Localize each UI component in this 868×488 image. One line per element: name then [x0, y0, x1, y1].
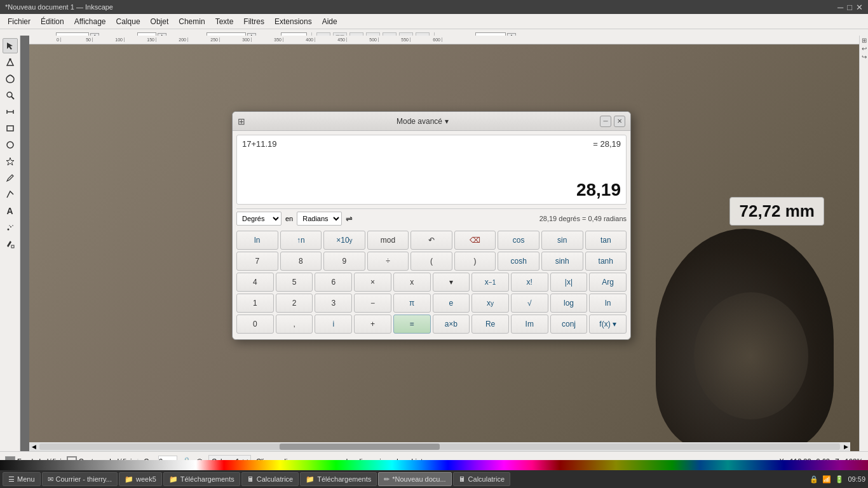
- btn-9[interactable]: 9: [323, 252, 365, 271]
- btn-sinh[interactable]: sinh: [541, 252, 583, 271]
- horizontal-scrollbar[interactable]: ◀ ▶: [29, 442, 850, 451]
- calc-display[interactable]: 17+11.19 = 28,19 28,19: [236, 135, 627, 205]
- calc-close-btn[interactable]: ✕: [614, 116, 625, 127]
- btn-conj[interactable]: conj: [550, 315, 588, 334]
- btn-tanh[interactable]: tanh: [585, 252, 627, 271]
- taskbar-menu[interactable]: ☰ Menu: [3, 472, 41, 486]
- btn-factorial[interactable]: x!: [511, 273, 548, 292]
- minimize-button[interactable]: ─: [837, 3, 843, 12]
- menu-extensions[interactable]: Extensions: [269, 16, 317, 27]
- spray-tool-btn[interactable]: [3, 220, 18, 235]
- rt-btn1[interactable]: ⊞: [862, 37, 867, 44]
- taskbar-telechargements2[interactable]: 📁 Téléchargements: [300, 472, 377, 486]
- btn-5[interactable]: 5: [276, 273, 313, 292]
- taskbar-inkscape[interactable]: ✏ *Nouveau docu...: [378, 472, 451, 486]
- swap-angle-btn[interactable]: ⇌: [346, 214, 353, 224]
- btn-6[interactable]: 6: [315, 273, 352, 292]
- menu-aide[interactable]: Aide: [317, 16, 342, 27]
- node-tool-btn[interactable]: [3, 55, 18, 70]
- btn-log[interactable]: log: [550, 294, 588, 313]
- btn-axb[interactable]: a×b: [433, 315, 470, 334]
- rt-btn2[interactable]: ↩: [862, 45, 867, 52]
- btn-x-var[interactable]: x: [393, 273, 431, 292]
- pencil-tool-btn[interactable]: [3, 170, 18, 186]
- btn-dropdown[interactable]: ▾: [433, 273, 470, 292]
- menu-edition[interactable]: Édition: [36, 16, 69, 27]
- btn-backspace[interactable]: ⌫: [454, 231, 496, 250]
- pen-tool-btn[interactable]: [3, 187, 18, 202]
- scrollbar-thumb[interactable]: [280, 444, 440, 450]
- btn-open-paren[interactable]: (: [410, 252, 452, 271]
- btn-arg[interactable]: Arg: [589, 273, 627, 292]
- svg-rect-10: [9, 58, 11, 60]
- btn-xy[interactable]: xy: [471, 294, 509, 313]
- scroll-left-btn[interactable]: ◀: [29, 444, 38, 450]
- btn-im[interactable]: Im: [511, 315, 548, 334]
- btn-add[interactable]: +: [354, 315, 391, 334]
- btn-cosh[interactable]: cosh: [498, 252, 539, 271]
- taskbar-week5[interactable]: 📁 week5: [119, 472, 162, 486]
- titlebar-controls: ─ □ ✕: [837, 3, 863, 12]
- btn-x10y[interactable]: ×10y: [323, 231, 365, 250]
- menu-objet[interactable]: Objet: [146, 16, 174, 27]
- rt-btn3[interactable]: ↪: [862, 53, 867, 60]
- calc-minimize-btn[interactable]: ─: [600, 116, 611, 127]
- fill-tool-btn[interactable]: [3, 236, 18, 252]
- btn-i[interactable]: i: [315, 315, 352, 334]
- select-tool-btn[interactable]: [3, 38, 18, 53]
- btn-8[interactable]: 8: [280, 252, 322, 271]
- btn-ln[interactable]: ln: [236, 231, 278, 250]
- menu-texte[interactable]: Texte: [210, 16, 239, 27]
- angle-from-select[interactable]: Degrés Radians: [236, 212, 281, 226]
- tweak-tool-btn[interactable]: [3, 71, 18, 86]
- menu-fichier[interactable]: Fichier: [3, 16, 36, 27]
- palette-strip[interactable]: [0, 460, 868, 470]
- close-button[interactable]: ✕: [856, 3, 863, 12]
- circle-tool-btn[interactable]: [3, 137, 18, 152]
- btn-e[interactable]: e: [433, 294, 470, 313]
- btn-sqrt[interactable]: √: [511, 294, 548, 313]
- btn-undo[interactable]: ↶: [410, 231, 452, 250]
- rect-tool-btn[interactable]: [3, 121, 18, 136]
- btn-3[interactable]: 3: [315, 294, 352, 313]
- star-tool-btn[interactable]: [3, 154, 18, 169]
- scrollbar-track[interactable]: [39, 444, 840, 450]
- menu-chemin[interactable]: Chemin: [173, 16, 210, 27]
- maximize-button[interactable]: □: [847, 3, 852, 12]
- btn-2[interactable]: 2: [276, 294, 313, 313]
- btn-abs[interactable]: |x|: [550, 273, 588, 292]
- scroll-right-btn[interactable]: ▶: [841, 444, 850, 450]
- taskbar-calculatrice2[interactable]: 🖩 Calculatrice: [453, 472, 510, 486]
- btn-fx[interactable]: f(x) ▾: [589, 315, 627, 334]
- btn-1[interactable]: 1: [236, 294, 274, 313]
- btn-close-paren[interactable]: ): [454, 252, 496, 271]
- angle-to-select[interactable]: Radians Degrés: [297, 212, 342, 226]
- btn-mod[interactable]: mod: [367, 231, 409, 250]
- taskbar-calculatrice1[interactable]: 🖩 Calculatrice: [241, 472, 299, 486]
- taskbar-telechargements1[interactable]: 📁 Téléchargements: [163, 472, 240, 486]
- calc1-label: Calculatrice: [257, 475, 293, 483]
- btn-tan[interactable]: tan: [585, 231, 627, 250]
- btn-0[interactable]: 0: [236, 315, 274, 334]
- text-tool-btn[interactable]: A: [3, 203, 18, 219]
- menu-calque[interactable]: Calque: [111, 16, 146, 27]
- btn-re[interactable]: Re: [471, 315, 509, 334]
- btn-cos[interactable]: cos: [498, 231, 539, 250]
- menu-affichage[interactable]: Affichage: [69, 16, 111, 27]
- btn-equals[interactable]: =: [393, 315, 431, 334]
- btn-sub[interactable]: −: [354, 294, 391, 313]
- btn-7[interactable]: 7: [236, 252, 278, 271]
- btn-sin[interactable]: sin: [541, 231, 583, 250]
- btn-pi[interactable]: π: [393, 294, 431, 313]
- btn-x-inv[interactable]: x−1: [471, 273, 509, 292]
- btn-4[interactable]: 4: [236, 273, 274, 292]
- btn-ln2[interactable]: ln: [589, 294, 627, 313]
- btn-comma[interactable]: ,: [276, 315, 313, 334]
- btn-div[interactable]: ÷: [367, 252, 409, 271]
- btn-nth[interactable]: ↑n: [280, 231, 322, 250]
- taskbar-courrier[interactable]: ✉ Courrier - thierry...: [42, 472, 118, 486]
- btn-mul[interactable]: ×: [354, 273, 391, 292]
- zoom-tool-btn[interactable]: [3, 88, 18, 103]
- measure-tool-btn[interactable]: [3, 104, 18, 119]
- menu-filtres[interactable]: Filtres: [238, 16, 269, 27]
